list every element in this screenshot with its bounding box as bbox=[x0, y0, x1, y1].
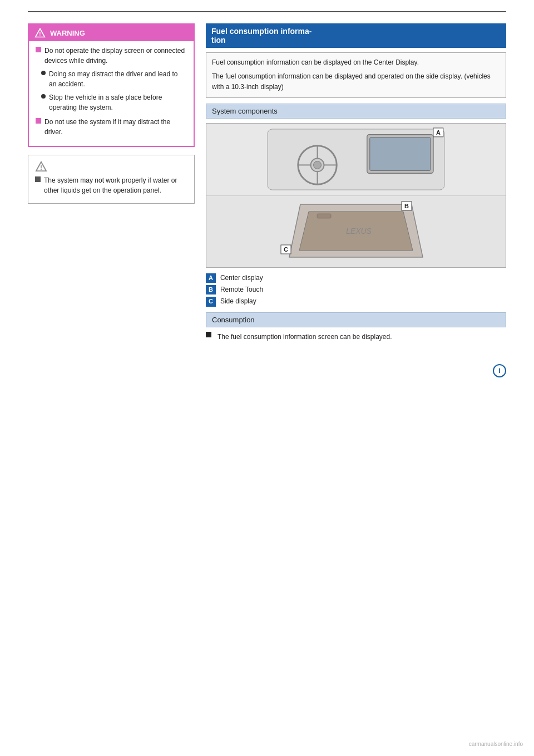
dashboard-sketch: A bbox=[206, 124, 506, 196]
consumption-label: Consumption bbox=[212, 316, 255, 324]
system-components-header: System components bbox=[206, 104, 506, 119]
watermark: carmanualsonline.info bbox=[469, 741, 523, 747]
component-c-text: Side display bbox=[220, 297, 256, 306]
svg-text:C: C bbox=[284, 246, 288, 253]
fuel-info-box: Fuel consumption information can be disp… bbox=[206, 52, 506, 98]
consumption-text: The fuel consumption information screen … bbox=[217, 332, 392, 342]
fuel-header-text: Fuel consumption informa-tion bbox=[211, 27, 312, 45]
consumption-header: Consumption bbox=[206, 312, 506, 327]
page: ! WARNING Do not operate the display scr… bbox=[0, 0, 534, 756]
warning-box: ! WARNING Do not operate the display scr… bbox=[28, 23, 195, 147]
svg-text:!: ! bbox=[39, 31, 41, 37]
fuel-section-header: Fuel consumption informa-tion bbox=[206, 23, 506, 48]
caution-header: ! bbox=[35, 161, 187, 172]
component-a-badge: A bbox=[206, 273, 216, 283]
warning-item-2: Doing so may distract the driver and lea… bbox=[41, 69, 187, 89]
top-rule bbox=[28, 11, 506, 12]
consumption-section: Consumption The fuel consumption informa… bbox=[206, 312, 506, 342]
bottom-bar: i bbox=[28, 355, 506, 377]
right-column: Fuel consumption informa-tion Fuel consu… bbox=[206, 23, 506, 344]
svg-text:A: A bbox=[436, 129, 441, 135]
dashboard-svg: A bbox=[206, 124, 506, 195]
component-c-badge: C bbox=[206, 297, 216, 306]
warning-item-4: Do not use the system if it may distract… bbox=[36, 117, 187, 137]
svg-text:!: ! bbox=[40, 164, 42, 171]
warning-text-1: Do not operate the display screen or con… bbox=[44, 46, 187, 66]
left-column: ! WARNING Do not operate the display scr… bbox=[28, 23, 195, 344]
warning-text-3: Stop the vehicle in a safe place before … bbox=[49, 92, 187, 112]
svg-rect-19 bbox=[317, 214, 331, 218]
square-bullet-icon bbox=[36, 47, 41, 52]
caution-text-1: The system may not work properly if wate… bbox=[44, 175, 187, 195]
remote-touch-svg: LEXUS B C bbox=[206, 196, 506, 267]
svg-point-13 bbox=[314, 161, 322, 169]
caution-box: ! The system may not work properly if wa… bbox=[28, 155, 195, 204]
fuel-info-line1: Fuel consumption information can be disp… bbox=[212, 57, 500, 68]
warning-text-2: Doing so may distract the driver and lea… bbox=[49, 69, 187, 89]
warning-title: WARNING bbox=[50, 29, 85, 37]
sq-black-icon bbox=[206, 332, 211, 337]
component-b-badge: B bbox=[206, 285, 216, 294]
info-icon-text: i bbox=[498, 366, 501, 375]
caution-triangle-icon: ! bbox=[35, 161, 47, 172]
watermark-text: carmanualsonline.info bbox=[469, 741, 523, 747]
circle-bullet-icon bbox=[41, 71, 46, 75]
component-b-text: Remote Touch bbox=[220, 285, 263, 294]
circle-bullet-icon-2 bbox=[41, 94, 46, 99]
warning-header: ! WARNING bbox=[29, 24, 194, 41]
system-components-label: System components bbox=[212, 107, 278, 115]
warning-triangle-icon: ! bbox=[34, 27, 46, 38]
component-a-text: Center display bbox=[220, 273, 263, 283]
info-circle-icon: i bbox=[493, 364, 506, 377]
warning-body: Do not operate the display screen or con… bbox=[36, 46, 187, 137]
component-b-row: B Remote Touch bbox=[206, 285, 506, 294]
svg-text:B: B bbox=[404, 203, 409, 209]
remote-touch-sketch: LEXUS B C bbox=[206, 196, 506, 267]
caution-body: The system may not work properly if wate… bbox=[35, 175, 187, 195]
system-diagram: A LEXUS B bbox=[206, 123, 506, 268]
caution-sq-icon bbox=[35, 176, 41, 182]
fuel-info-line2: The fuel consumption information can be … bbox=[212, 71, 500, 92]
component-c-row: C Side display bbox=[206, 297, 506, 306]
warning-text-4: Do not use the system if it may distract… bbox=[44, 117, 187, 137]
consumption-body: The fuel consumption information screen … bbox=[206, 332, 506, 342]
svg-text:LEXUS: LEXUS bbox=[346, 227, 372, 235]
component-labels: A Center display B Remote Touch C Side d… bbox=[206, 273, 506, 307]
square-bullet-icon-2 bbox=[36, 118, 41, 124]
consumption-item: The fuel consumption information screen … bbox=[206, 332, 506, 342]
warning-item-1: Do not operate the display screen or con… bbox=[36, 46, 187, 66]
component-a-row: A Center display bbox=[206, 273, 506, 283]
svg-rect-12 bbox=[370, 137, 431, 170]
caution-item-1: The system may not work properly if wate… bbox=[35, 175, 187, 195]
warning-item-3: Stop the vehicle in a safe place before … bbox=[41, 92, 187, 112]
